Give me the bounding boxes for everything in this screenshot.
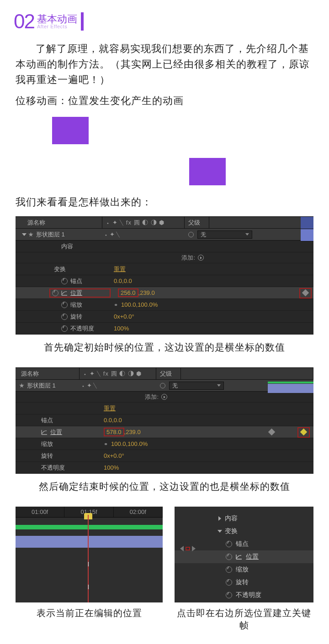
ae-timeline-panel-1: 源名称 ⬩ ✦ ╲ fx 圓 ◐ ◑ ⬢ 父级 形状图层 1 ⬩ ✦ ╲ 无 内… xyxy=(16,216,313,335)
time-tick: 01:00f xyxy=(16,507,64,517)
ae-timeline-panel-2: 源名称 ⬩ ✦ ╲ fx 圓 ◐ ◑ ⬢ 父级 形状图层 1 ⬩ ✦ ╲ 无 添… xyxy=(16,367,313,474)
prop-opacity-row[interactable]: 不透明度 xyxy=(196,589,313,602)
parent-pickwhip-icon[interactable] xyxy=(160,383,165,388)
prop-rotation-row[interactable]: 旋转 xyxy=(196,576,313,589)
twirl-icon[interactable] xyxy=(218,516,221,521)
reset-link[interactable]: 重置 xyxy=(114,266,313,272)
prop-opacity-label: 不透明度 xyxy=(41,465,65,471)
layer-name: 形状图层 1 xyxy=(27,382,56,388)
section-subtitle: After Effects xyxy=(37,24,77,29)
add-menu-icon[interactable] xyxy=(161,394,167,400)
header-parent[interactable]: 父级 xyxy=(156,368,181,379)
position-row-highlight: 位置 xyxy=(49,288,111,298)
next-keyframe-icon[interactable] xyxy=(192,546,196,551)
twirl-icon[interactable] xyxy=(218,530,222,533)
position-y-value[interactable]: ,239.0 xyxy=(138,289,155,296)
position-x-highlight: 578.0 xyxy=(104,428,124,436)
caption-1: 首先确定初始时候的位置，这边设置的是横坐标的数值 xyxy=(16,341,313,354)
add-label: 添加: xyxy=(181,255,195,261)
parent-pickwhip-icon[interactable] xyxy=(188,232,194,237)
stopwatch-icon[interactable] xyxy=(226,592,232,598)
position-x-value[interactable]: 578.0 xyxy=(106,429,122,435)
add-label: 添加: xyxy=(145,394,159,400)
header-switches[interactable]: ⬩ ✦ ╲ fx 圓 ◐ ◑ ⬢ xyxy=(102,217,185,228)
header-rest xyxy=(209,217,313,228)
header-source-name[interactable]: 源名称 xyxy=(16,368,80,379)
transform-label: 变换 xyxy=(54,266,114,272)
keyframe-highlight xyxy=(299,288,312,298)
stopwatch-icon[interactable] xyxy=(226,566,232,573)
graph-icon[interactable] xyxy=(41,429,48,435)
work-area-bar[interactable] xyxy=(16,525,163,529)
timeline-strip[interactable] xyxy=(268,380,313,474)
prop-anchor-row[interactable]: 锚点 xyxy=(196,538,313,550)
layer-name: 形状图层 1 xyxy=(36,231,65,237)
caption-2: 然后确定结束时候的位置，这边设置的也是横坐标的数值 xyxy=(16,480,313,493)
position-y-value[interactable]: ,239.0 xyxy=(124,429,141,435)
constrain-icon[interactable]: ⚭ xyxy=(104,442,111,447)
add-menu-icon[interactable] xyxy=(198,255,204,261)
stopwatch-icon[interactable] xyxy=(226,554,232,560)
lets-see-paragraph: 我们来看看是怎样做出来的： xyxy=(16,194,313,210)
prop-anchor-label: 锚点 xyxy=(70,278,82,284)
prop-opacity-row[interactable]: 不透明度 100% xyxy=(16,323,313,335)
chevron-down-icon xyxy=(217,384,221,387)
prop-scale-label: 缩放 xyxy=(41,441,53,447)
prop-position-row[interactable]: 位置 256.0,239.0 xyxy=(16,287,313,299)
group-contents-label: 内容 xyxy=(225,514,238,523)
stopwatch-icon[interactable] xyxy=(226,541,232,547)
header-parent[interactable]: 父级 xyxy=(185,217,209,228)
add-row[interactable]: 添加: xyxy=(16,252,313,263)
group-transform-row[interactable]: 变换 重置 xyxy=(16,263,313,275)
prop-anchor-value[interactable]: 0.0,0.0 xyxy=(114,278,313,284)
group-contents-row[interactable]: 内容 xyxy=(196,512,313,525)
parent-dropdown-value: 无 xyxy=(172,383,178,388)
stopwatch-icon[interactable] xyxy=(61,302,68,308)
prop-position-row[interactable]: 位置 xyxy=(175,550,313,563)
add-keyframe-highlight xyxy=(186,547,190,550)
graph-icon[interactable] xyxy=(61,290,68,296)
section-header: 02 基本动画 After Effects xyxy=(14,10,313,33)
header-switches[interactable]: ⬩ ✦ ╲ fx 圓 ◐ ◑ ⬢ xyxy=(80,368,156,379)
keyframe-diamond-icon[interactable] xyxy=(302,289,309,297)
prop-rotation-row[interactable]: 旋转 0x+0.0° xyxy=(16,311,313,323)
layer-row[interactable]: 形状图层 1 ⬩ ✦ ╲ 无 xyxy=(16,229,313,241)
layer-duration-bar[interactable] xyxy=(16,536,163,548)
caption-3-left: 表示当前正在编辑的位置 xyxy=(16,607,163,632)
prop-anchor-label: 锚点 xyxy=(41,417,53,423)
constrain-icon[interactable]: ⚭ xyxy=(114,303,121,308)
parent-dropdown[interactable]: 无 xyxy=(169,382,224,390)
timeline-ruler-panel[interactable]: 01:00f 01:15f 02:00f I I xyxy=(16,507,163,602)
prop-rotation-label: 旋转 xyxy=(41,453,53,459)
demo-square-start xyxy=(52,117,89,144)
section-title: 基本动画 xyxy=(37,14,77,24)
prev-keyframe-icon[interactable] xyxy=(180,546,184,551)
prop-scale-value[interactable]: 100.0,100.0% xyxy=(111,440,148,447)
keyframe-navigator[interactable] xyxy=(180,546,196,551)
group-transform-row[interactable]: 变换 xyxy=(196,525,313,538)
stopwatch-icon[interactable] xyxy=(61,314,68,320)
prop-scale-row[interactable]: 缩放 ⚭100.0,100.0% xyxy=(16,299,313,311)
prop-anchor-row[interactable]: 锚点 0.0,0.0 xyxy=(16,275,313,287)
prop-position-label: 位置 xyxy=(70,290,82,296)
stopwatch-icon[interactable] xyxy=(61,278,68,284)
section-accent-bar xyxy=(81,12,84,31)
prop-opacity-value[interactable]: 100% xyxy=(114,325,313,331)
prop-rotation-value[interactable]: 0x+0.0° xyxy=(114,314,313,319)
prop-scale-label: 缩放 xyxy=(70,302,82,308)
shape-layer-icon xyxy=(28,232,33,237)
group-contents-row[interactable]: 内容 xyxy=(16,241,313,252)
header-source-name[interactable]: 源名称 xyxy=(16,217,102,228)
prop-scale-row[interactable]: 缩放 xyxy=(196,563,313,576)
stopwatch-icon[interactable] xyxy=(61,325,68,332)
position-x-value[interactable]: 256.0 xyxy=(121,289,136,296)
shape-layer-icon xyxy=(19,383,24,388)
graph-icon[interactable] xyxy=(236,554,242,560)
prop-scale-value[interactable]: 100.0,100.0% xyxy=(121,301,158,308)
caption-3-right: 点击即在右边所选位置建立关键帧 xyxy=(175,607,313,632)
parent-dropdown[interactable]: 无 xyxy=(197,230,252,239)
stopwatch-icon[interactable] xyxy=(52,290,58,296)
twirl-icon[interactable] xyxy=(22,233,27,236)
stopwatch-icon[interactable] xyxy=(226,579,232,586)
transform-nav-panel: 内容 变换 锚点 位置 缩放 旋转 不透明度 xyxy=(175,507,313,602)
